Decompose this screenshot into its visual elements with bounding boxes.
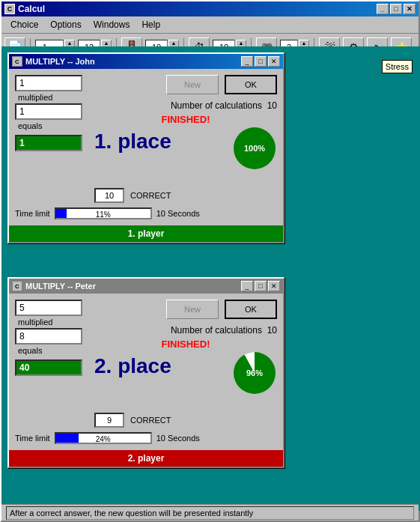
player1-time-pct: 11% xyxy=(56,209,150,219)
player2-close[interactable]: ✕ xyxy=(268,281,280,291)
player2-maximize[interactable]: □ xyxy=(255,281,267,291)
player2-pie-container: 96% xyxy=(232,350,277,397)
player2-answer-bar: 40 xyxy=(15,359,82,376)
main-title: Calcul xyxy=(18,4,45,14)
player2-time-row: Time limit 24% 10 Seconds xyxy=(15,432,277,444)
player1-equals-label: equals xyxy=(18,121,82,130)
player1-bar: 1. player xyxy=(9,225,283,242)
spinner-3-up[interactable]: ▲ xyxy=(168,40,179,47)
status-text: After a correct answer, the new question… xyxy=(10,509,253,518)
player1-btn-row: New OK xyxy=(94,75,277,94)
minimize-button[interactable]: _ xyxy=(377,4,389,14)
player1-answer: 1 xyxy=(19,138,25,148)
player2-window: C MULTIPLY -- Peter _ □ ✕ multiplied equ… xyxy=(7,277,284,468)
work-area: C MULTIPLY -- John _ □ ✕ multiplied equa… xyxy=(1,46,420,511)
main-title-bar: C Calcul _ □ ✕ xyxy=(1,1,419,16)
player1-maximize[interactable]: □ xyxy=(255,56,267,67)
player1-num1-input[interactable] xyxy=(15,75,82,91)
player2-minimize[interactable]: _ xyxy=(241,281,253,291)
menu-windows[interactable]: Windows xyxy=(88,18,136,31)
player1-time-row: Time limit 11% 10 Seconds xyxy=(15,207,277,219)
close-button[interactable]: ✕ xyxy=(404,4,416,14)
player2-correct-row: CORRECT xyxy=(94,413,277,428)
player1-place-area: 1. place 100% xyxy=(94,130,277,182)
player1-finished: FINISHED! xyxy=(94,114,277,125)
player1-close[interactable]: ✕ xyxy=(268,56,280,67)
menu-help[interactable]: Help xyxy=(136,18,166,31)
player2-ok-button[interactable]: OK xyxy=(225,300,277,319)
player2-time-label: Time limit xyxy=(15,434,50,443)
player1-title-bar: C MULTIPLY -- John _ □ ✕ xyxy=(9,54,283,69)
maximize-button[interactable]: □ xyxy=(390,4,402,14)
player1-ok-button[interactable]: OK xyxy=(225,75,277,94)
player2-calc-info: Number of calculations 10 xyxy=(94,325,277,336)
player1-calc-info: Number of calculations 10 xyxy=(94,100,277,111)
spinner-1-up[interactable]: ▲ xyxy=(64,40,75,47)
status-bar: After a correct answer, the new question… xyxy=(1,504,419,521)
player1-time-bar: 11% xyxy=(55,207,152,219)
player2-icon: C xyxy=(12,281,22,291)
spinner-5-up[interactable]: ▲ xyxy=(299,40,309,47)
player1-multiplied-label: multiplied xyxy=(18,93,82,102)
spinner-2-up[interactable]: ▲ xyxy=(101,40,112,47)
player1-pie-container: 100% xyxy=(232,126,277,172)
player1-time-label: Time limit xyxy=(15,209,50,218)
player2-title-bar: C MULTIPLY -- Peter _ □ ✕ xyxy=(9,279,283,294)
menu-choice[interactable]: Choice xyxy=(4,18,44,31)
player2-multiplied-label: multiplied xyxy=(18,318,82,327)
player2-content: multiplied equals 40 New OK Numb xyxy=(9,294,283,450)
player2-pie-label: 96% xyxy=(246,368,263,377)
player2-title: MULTIPLY -- Peter xyxy=(25,282,96,291)
menu-bar: Choice Options Windows Help xyxy=(1,16,419,34)
player2-btn-row: New OK xyxy=(94,300,277,319)
player2-num1-input[interactable] xyxy=(15,300,82,316)
player1-place-text: 1. place xyxy=(94,130,171,154)
player1-right-col: New OK Number of calculations 10 FINISHE… xyxy=(94,75,277,203)
player1-icon: C xyxy=(12,56,22,67)
player1-left-col: multiplied equals 1 xyxy=(15,75,82,154)
player2-left-col: multiplied equals 40 xyxy=(15,300,82,379)
status-panel: After a correct answer, the new question… xyxy=(6,506,414,520)
player2-time-pct: 24% xyxy=(56,434,150,444)
player2-place-text: 2. place xyxy=(94,354,171,378)
player1-time-seconds: 10 Seconds xyxy=(156,209,200,218)
main-window: C Calcul _ □ ✕ Choice Options Windows He… xyxy=(0,0,420,522)
player2-pie-chart: 96% xyxy=(232,350,277,395)
player1-title: MULTIPLY -- John xyxy=(25,57,95,66)
player1-pie-chart: 100% xyxy=(232,126,277,171)
player1-window: C MULTIPLY -- John _ □ ✕ multiplied equa… xyxy=(7,52,284,243)
player2-right-col: New OK Number of calculations 10 FINISHE… xyxy=(94,300,277,428)
player1-num2-input[interactable] xyxy=(15,103,82,120)
player1-minimize[interactable]: _ xyxy=(241,56,253,67)
player1-pie-label: 100% xyxy=(244,144,265,153)
player2-num2-input[interactable] xyxy=(15,328,82,345)
player1-correct-input[interactable] xyxy=(94,188,124,203)
player2-place-area: 2. place 96% xyxy=(94,354,277,407)
player1-correct-row: CORRECT xyxy=(94,188,277,203)
player2-time-bar: 24% xyxy=(55,432,152,444)
player1-answer-bar: 1 xyxy=(15,135,82,151)
spinner-4-up[interactable]: ▲ xyxy=(236,40,246,47)
player2-new-button[interactable]: New xyxy=(166,300,219,319)
player2-correct-input[interactable] xyxy=(94,413,124,428)
stress-tooltip: Stress xyxy=(382,60,413,73)
player1-new-button[interactable]: New xyxy=(166,75,219,94)
player2-time-seconds: 10 Seconds xyxy=(156,434,200,443)
player2-answer: 40 xyxy=(19,362,29,373)
player1-content: multiplied equals 1 New OK Numbe xyxy=(9,69,283,225)
player2-equals-label: equals xyxy=(18,346,82,355)
menu-options[interactable]: Options xyxy=(44,18,87,31)
app-icon: C xyxy=(4,4,15,14)
player2-bar: 2. player xyxy=(9,450,283,467)
player2-finished: FINISHED! xyxy=(94,339,277,350)
